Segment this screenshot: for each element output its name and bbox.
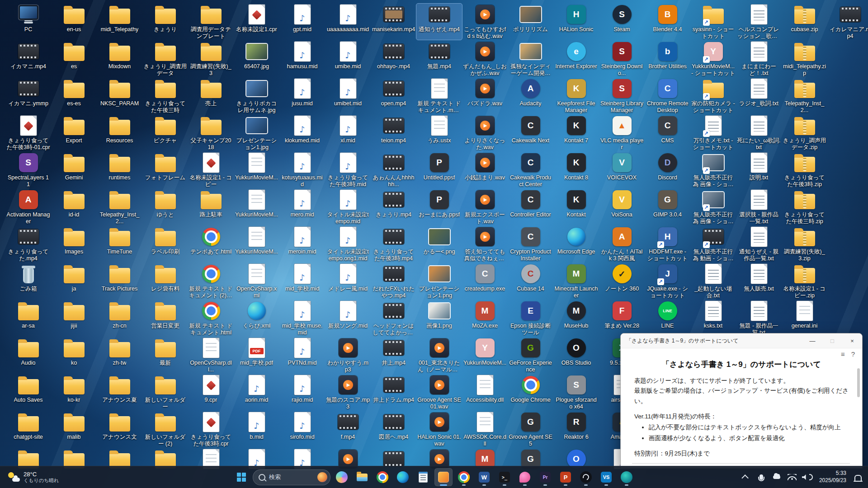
desktop-icon[interactable]: 新規エクスポート.wav (462, 189, 508, 225)
desktop-icon[interactable]: 無題のスコア.mp3 (325, 374, 371, 410)
desktop-icon[interactable]: LINELINE (645, 300, 690, 336)
desktop-icon[interactable]: GGroove Agent SE 5 (508, 411, 553, 447)
desktop-icon[interactable]: ラジオ_歌詞.txt (736, 78, 782, 114)
desktop-icon[interactable]: 9.cpr (188, 374, 234, 410)
desktop-icon[interactable]: CCrypton Product Installer (508, 226, 553, 262)
desktop-icon[interactable]: MMoZA.exe (462, 300, 508, 336)
desktop-icon[interactable]: ▲VLC media player (599, 115, 645, 151)
desktop-icon[interactable]: KKontakt 8 (553, 152, 599, 188)
desktop-icon[interactable]: 調査用データテンプレート (188, 4, 234, 40)
desktop-icon[interactable]: 新規 テキスト ドキュメント.musicxml (416, 78, 462, 114)
desktop-icon[interactable]: OpenCvSharp.xml (234, 263, 279, 299)
taskbar-word-icon[interactable] (475, 468, 493, 486)
desktop-icon[interactable]: よりりさくなった.wav (462, 115, 508, 151)
desktop-icon[interactable]: 新規ソング.mid (325, 300, 371, 336)
desktop-icon[interactable]: syasinn - ショートカット (690, 4, 736, 40)
desktop-icon[interactable]: アナウンス文 (97, 411, 142, 447)
desktop-icon[interactable]: meroin.mid (279, 226, 325, 262)
desktop-icon[interactable]: まにまにわーど！.txt (736, 41, 782, 77)
desktop-icon[interactable]: きょうり.mp4 (371, 189, 416, 225)
desktop-icon[interactable]: Telepathy_Inst_2... (97, 189, 142, 225)
desktop-icon[interactable]: ja (51, 263, 97, 299)
taskbar-edge-icon[interactable] (394, 468, 412, 486)
desktop-icon[interactable]: CController Editor (508, 189, 553, 225)
desktop-icon[interactable]: 新しいフォルダー (2) (142, 411, 188, 447)
taskbar-chrome-2-icon[interactable] (455, 468, 473, 486)
desktop-icon[interactable]: きょうり (142, 4, 188, 40)
desktop-icon[interactable]: 新しいフォルダー (142, 374, 188, 410)
desktop-icon[interactable]: SSpectraLayers 11 (5, 152, 51, 188)
desktop-icon[interactable]: YukkuriMovieM... (234, 189, 279, 225)
desktop-icon[interactable]: Images (51, 226, 97, 262)
desktop-icon[interactable]: 名称未設定1 - コピー.zip (782, 263, 827, 299)
desktop-icon[interactable]: CCMS (645, 115, 690, 151)
desktop-icon[interactable]: CChrome Remote Desktop (645, 78, 690, 114)
desktop-icon[interactable]: 家の防犯カメラ - ショートカット (690, 78, 736, 114)
desktop-icon[interactable]: レジ袋有料 (142, 263, 188, 299)
taskbar-chrome-icon[interactable] (373, 468, 392, 486)
desktop-icon[interactable]: 井上ドラム.mp4 (371, 374, 416, 410)
taskbar-paint-icon[interactable] (516, 468, 534, 486)
desktop-icon[interactable]: 001_東北きりたん（ノーマル）_テレパ... (416, 337, 462, 373)
desktop-icon[interactable]: YYukkuriMovieM... (462, 337, 508, 373)
taskbar-terminal-icon[interactable] (495, 468, 514, 486)
desktop-icon[interactable]: Export (51, 115, 97, 151)
desktop-icon[interactable]: Audio (5, 337, 51, 373)
desktop-icon[interactable]: ピクチャ (142, 115, 188, 151)
desktop-icon[interactable]: 孤独なインディーゲーム開発者の一生... (508, 41, 553, 77)
desktop-icon[interactable]: きょうりボカコレ用サムネ.jpg (234, 78, 279, 114)
onedrive-cloud-icon[interactable] (769, 468, 784, 486)
desktop-icon[interactable]: だれだFXいれたやつ.mp4 (371, 263, 416, 299)
taskbar-premiere-icon[interactable] (536, 468, 554, 486)
desktop-icon[interactable]: 画像1.png (416, 300, 462, 336)
desktop-icon[interactable]: 65407.jpg (234, 41, 279, 77)
desktop-icon[interactable]: きょうり_調査用データ (142, 41, 188, 77)
taskbar-active-app-icon[interactable] (434, 468, 453, 486)
desktop-icon[interactable]: 名称未設定1 - コピー (188, 152, 234, 188)
desktop-icon[interactable]: mid_学校 muse.mid (279, 300, 325, 336)
desktop-icon[interactable]: 営業日変更 (142, 300, 188, 336)
desktop-icon[interactable]: 説明.txt (736, 152, 782, 188)
desktop-icon[interactable]: OOBS Studio (553, 337, 599, 373)
desktop-icon[interactable]: cubase.zip (782, 4, 827, 40)
desktop-icon[interactable]: イカレマニア.mp4 (827, 4, 868, 40)
desktop-icon[interactable]: SSteinberg Downlo... (599, 41, 645, 77)
volume-icon[interactable] (800, 468, 815, 486)
desktop-icon[interactable]: 無題.mp4 (416, 41, 462, 77)
desktop-icon[interactable]: HALion Sonic 01.wav (416, 411, 462, 447)
desktop-icon[interactable]: bBrother Utilities (645, 41, 690, 77)
desktop-icon[interactable]: open.mp4 (371, 78, 416, 114)
desktop-icon[interactable]: きょうり食ってた午後3時-01.cpr (5, 115, 51, 151)
desktop-icon[interactable]: タイトル未設定tempo.mid (325, 189, 371, 225)
desktop-icon[interactable]: きょうり食ってた午後3時.mid (325, 152, 371, 188)
desktop-icon[interactable]: mid_学校.mid (279, 263, 325, 299)
desktop-icon[interactable]: KKontakt (553, 189, 599, 225)
taskbar-musehub-icon[interactable] (618, 468, 636, 486)
desktop-icon[interactable]: AAudacity (508, 78, 553, 114)
desktop-icon[interactable]: PC (5, 4, 51, 40)
weather-widget[interactable]: 28°C くもりのち晴れ (4, 468, 64, 486)
desktop-icon[interactable]: きょうり_調声用データ.zip (782, 115, 827, 151)
desktop-icon[interactable]: zh-tw (97, 337, 142, 373)
desktop-icon[interactable]: rajio.mid (279, 374, 325, 410)
desktop-icon[interactable]: 調査練習(失敗)_3.zip (782, 226, 827, 262)
help-icon[interactable]: ? (851, 350, 855, 358)
desktop-icon[interactable]: RReaktor 6 (553, 411, 599, 447)
search-box[interactable]: 検索 (253, 469, 330, 485)
desktop-icon[interactable]: かるー<.png (416, 226, 462, 262)
desktop-icon[interactable]: PVTNd.mid (279, 337, 325, 373)
desktop-icon[interactable]: ksks.txt (690, 300, 736, 336)
desktop-icon[interactable]: AWSSDK.Core.dll (462, 411, 508, 447)
desktop-icon[interactable]: きょうり食ってた午後3時.mp4 (371, 226, 416, 262)
desktop-icon[interactable]: 調査練習(失敗)_3 (188, 41, 234, 77)
tray-chevron-icon[interactable] (739, 468, 753, 486)
desktop-icon[interactable]: Telepathy_Inst_2... (782, 78, 827, 114)
clock[interactable]: 5:33 2025/09/23 (816, 470, 850, 484)
desktop-icon[interactable]: teion.mp4 (371, 115, 416, 151)
desktop-icon[interactable]: イカマニ.ymmp (5, 78, 51, 114)
desktop-icon[interactable]: 無人販売不正行為 画像 - ショートカット (690, 152, 736, 188)
desktop-icon[interactable]: Pおーまにあ.ppsf (416, 189, 462, 225)
desktop-icon[interactable]: 名称未設定1.cpr (234, 4, 279, 40)
desktop-icon[interactable]: 新規 テキスト ドキュメント (2).html (188, 263, 234, 299)
desktop-icon[interactable]: SSteam (599, 4, 645, 40)
